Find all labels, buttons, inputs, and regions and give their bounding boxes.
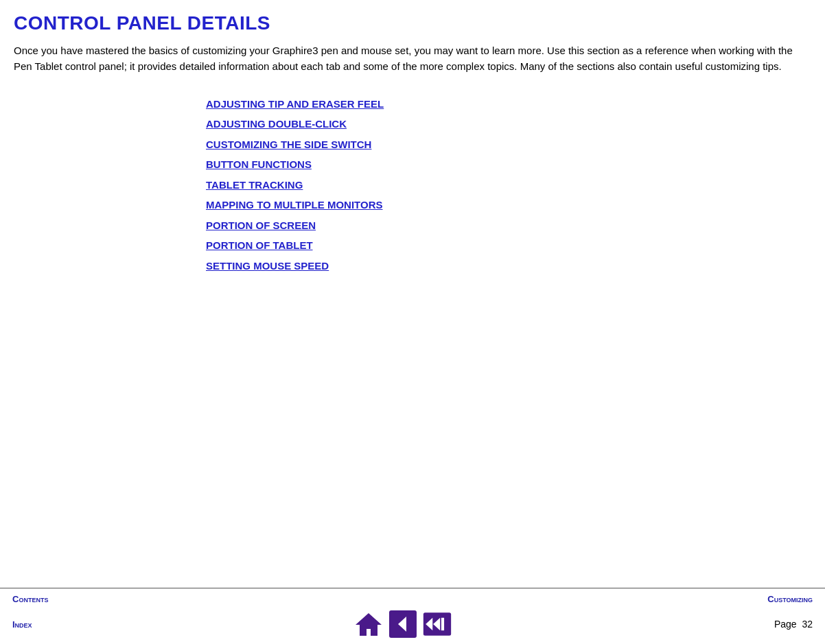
main-content: CONTROL PANEL DETAILS Once you have mast…	[0, 0, 825, 576]
forward-icon[interactable]	[423, 610, 452, 639]
page-label: Page	[774, 619, 797, 630]
contents-link[interactable]: Contents	[12, 594, 48, 604]
footer-top-row: Contents Customizing	[0, 588, 825, 607]
intro-text: Once you have mastered the basics of cus…	[14, 43, 803, 75]
nav-icons	[354, 610, 452, 639]
link-button-functions[interactable]: BUTTON FUNCTIONS	[206, 156, 811, 174]
link-setting-mouse-speed[interactable]: SETTING MOUSE SPEED	[206, 257, 811, 275]
home-icon[interactable]	[354, 610, 383, 639]
link-customizing-side-switch[interactable]: CUSTOMIZING THE SIDE SWITCH	[206, 136, 811, 154]
footer: Contents Customizing Index Page 32	[0, 588, 825, 644]
page-info: Page 32	[774, 619, 813, 630]
link-mapping-monitors[interactable]: MAPPING TO MULTIPLE MONITORS	[206, 196, 811, 214]
link-tablet-tracking[interactable]: TABLET TRACKING	[206, 176, 811, 194]
links-section: ADJUSTING TIP AND ERASER FEEL ADJUSTING …	[206, 95, 811, 275]
link-portion-screen[interactable]: PORTION OF SCREEN	[206, 217, 811, 235]
footer-bottom-row: Index Page 32	[0, 607, 825, 644]
customizing-link[interactable]: Customizing	[767, 594, 813, 604]
page-title: CONTROL PANEL DETAILS	[14, 12, 811, 34]
svg-marker-0	[356, 613, 382, 636]
page-number: 32	[802, 619, 813, 630]
index-link[interactable]: Index	[12, 619, 32, 630]
link-adjusting-tip[interactable]: ADJUSTING TIP AND ERASER FEEL	[206, 95, 811, 113]
svg-rect-6	[441, 618, 444, 630]
back-icon[interactable]	[388, 610, 417, 639]
link-portion-tablet[interactable]: PORTION OF TABLET	[206, 237, 811, 254]
link-adjusting-double-click[interactable]: ADJUSTING DOUBLE-CLICK	[206, 115, 811, 133]
